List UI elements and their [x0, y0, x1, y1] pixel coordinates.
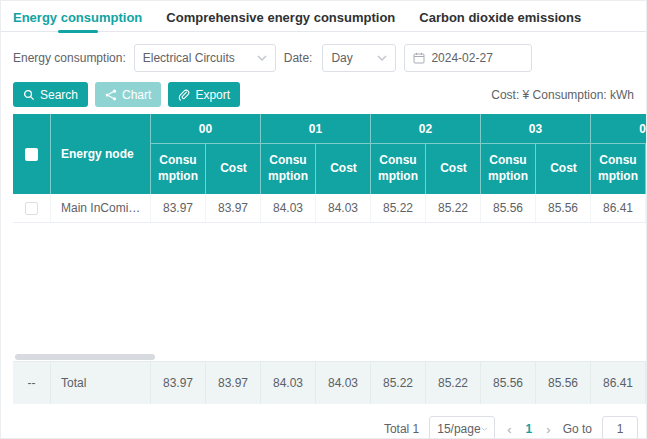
pagination: Total 1 15/page ‹ 1 › Go to	[1, 404, 646, 439]
active-tab-underline	[58, 30, 98, 33]
page-size-value: 15/page	[437, 422, 480, 436]
hour-group-00: 00 Consumption Cost	[151, 114, 261, 194]
hour-group-label: 02	[371, 114, 480, 144]
consumption-header: Consumption	[371, 144, 426, 194]
total-value: 86.41	[591, 362, 646, 404]
energy-table: Energy node 00 Consumption Cost 01 Consu…	[13, 114, 647, 404]
tab-energy-consumption[interactable]: Energy consumption	[13, 1, 142, 33]
table-row: Main InComing Lin... 83.97 83.97 84.03 8…	[13, 194, 647, 223]
consumption-value: 84.03	[261, 194, 316, 222]
table-header: Energy node 00 Consumption Cost 01 Consu…	[13, 114, 647, 194]
consumption-value: 85.56	[481, 194, 536, 222]
total-value: 85.22	[371, 362, 426, 404]
cost-header: Cost	[536, 144, 591, 194]
tab-label: Energy consumption	[13, 10, 142, 25]
total-value: 84.03	[261, 362, 316, 404]
share-chart-icon	[105, 89, 117, 101]
consumption-value: 85.22	[371, 194, 426, 222]
prev-page-button[interactable]: ‹	[505, 422, 513, 437]
select-all-checkbox[interactable]	[25, 148, 38, 161]
hour-group-03: 03 Consumption Cost	[481, 114, 591, 194]
cost-value: 85.22	[426, 194, 481, 222]
total-value: 85.22	[426, 362, 481, 404]
total-value: 83.97	[151, 362, 206, 404]
cost-value: 85.56	[536, 194, 591, 222]
toolbar: Search Chart Export Cost: ¥ Consumption:…	[1, 72, 646, 107]
hour-group-01: 01 Consumption Cost	[261, 114, 371, 194]
tab-bar: Energy consumption Comprehensive energy …	[1, 1, 646, 32]
next-page-button[interactable]: ›	[544, 422, 552, 437]
horizontal-scrollbar-thumb[interactable]	[15, 354, 155, 360]
date-label: Date:	[284, 51, 313, 65]
calendar-icon	[413, 52, 425, 64]
hour-group-04: 04 Consumption Cost	[591, 114, 647, 194]
chevron-down-icon	[481, 426, 488, 432]
hour-group-label: 01	[261, 114, 370, 144]
hour-group-label: 00	[151, 114, 260, 144]
consumption-header: Consumption	[591, 144, 646, 194]
energy-node-cell: Main InComing Lin...	[51, 194, 151, 222]
paperclip-icon	[178, 89, 190, 101]
cost-header: Cost	[316, 144, 371, 194]
tab-label: Carbon dioxide emissions	[419, 10, 581, 25]
pagination-total: Total 1	[384, 422, 419, 436]
cost-value: 84.03	[316, 194, 371, 222]
energy-type-select[interactable]: Electrical Circuits	[134, 44, 276, 72]
date-granularity-select[interactable]: Day	[322, 44, 396, 72]
table-body-empty-area	[13, 223, 647, 353]
granularity-value: Day	[331, 51, 352, 65]
tab-label: Comprehensive energy consumption	[166, 10, 395, 25]
chart-button-label: Chart	[122, 88, 151, 102]
date-picker[interactable]: 2024-02-27	[404, 44, 532, 72]
total-label-cell: Total	[51, 362, 151, 404]
row-select-cell[interactable]	[13, 194, 51, 222]
energy-type-label: Energy consumption:	[13, 51, 126, 65]
hour-group-label: 03	[481, 114, 590, 144]
chevron-down-icon	[377, 55, 387, 61]
total-value: 85.56	[481, 362, 536, 404]
energy-type-value: Electrical Circuits	[143, 51, 235, 65]
page-size-select[interactable]: 15/page	[429, 416, 495, 439]
total-value: 85.56	[536, 362, 591, 404]
select-all-cell[interactable]	[13, 114, 51, 194]
goto-label: Go to	[563, 422, 592, 436]
current-page[interactable]: 1	[524, 422, 535, 436]
export-button-label: Export	[195, 88, 230, 102]
energy-node-name: Main InComing Lin...	[61, 201, 147, 215]
chevron-down-icon	[257, 55, 267, 61]
total-value: 84.03	[316, 362, 371, 404]
total-row: -- Total 83.97 83.97 84.03 84.03 85.22 8…	[13, 361, 647, 404]
consumption-value: 86.41	[591, 194, 646, 222]
horizontal-scrollbar	[13, 353, 647, 361]
consumption-header: Consumption	[481, 144, 536, 194]
tab-comprehensive-energy[interactable]: Comprehensive energy consumption	[166, 1, 395, 33]
search-icon	[23, 89, 35, 101]
row-checkbox[interactable]	[25, 202, 38, 215]
energy-node-header: Energy node	[51, 114, 151, 194]
hour-group-02: 02 Consumption Cost	[371, 114, 481, 194]
search-button-label: Search	[40, 88, 78, 102]
cost-header: Cost	[206, 144, 261, 194]
cost-header: Cost	[426, 144, 481, 194]
goto-page-input[interactable]	[602, 416, 638, 439]
filter-row: Energy consumption: Electrical Circuits …	[1, 32, 646, 72]
consumption-header: Consumption	[261, 144, 316, 194]
consumption-header: Consumption	[151, 144, 206, 194]
total-key-cell: --	[13, 362, 51, 404]
energy-dashboard: Energy consumption Comprehensive energy …	[0, 0, 647, 439]
tab-carbon-dioxide[interactable]: Carbon dioxide emissions	[419, 1, 581, 33]
consumption-value: 83.97	[151, 194, 206, 222]
units-note: Cost: ¥ Consumption: kWh	[491, 88, 634, 102]
cost-value: 83.97	[206, 194, 261, 222]
export-button[interactable]: Export	[168, 82, 240, 107]
chart-button[interactable]: Chart	[95, 82, 161, 107]
hour-group-label: 04	[591, 114, 647, 144]
total-value: 83.97	[206, 362, 261, 404]
search-button[interactable]: Search	[13, 82, 88, 107]
date-value: 2024-02-27	[431, 51, 492, 65]
